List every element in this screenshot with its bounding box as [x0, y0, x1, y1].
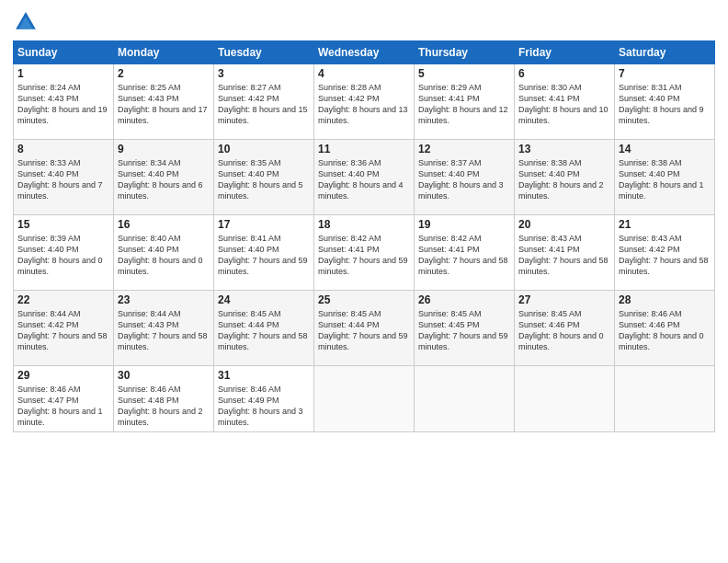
calendar-cell: [314, 366, 415, 432]
day-number: 26: [418, 293, 510, 306]
day-info: Sunrise: 8:24 AMSunset: 4:43 PMDaylight:…: [17, 83, 108, 125]
day-number: 7: [619, 67, 711, 80]
day-info: Sunrise: 8:42 AMSunset: 4:41 PMDaylight:…: [418, 234, 508, 276]
day-number: 13: [518, 143, 610, 155]
calendar-cell: 19 Sunrise: 8:42 AMSunset: 4:41 PMDaylig…: [415, 215, 515, 291]
weekday-header-monday: Monday: [114, 41, 214, 64]
calendar-cell: 12 Sunrise: 8:37 AMSunset: 4:40 PMDaylig…: [415, 140, 515, 215]
day-number: 14: [619, 143, 711, 155]
day-number: 5: [418, 67, 510, 80]
day-number: 27: [518, 293, 610, 306]
day-info: Sunrise: 8:46 AMSunset: 4:49 PMDaylight:…: [218, 385, 303, 427]
calendar: SundayMondayTuesdayWednesdayThursdayFrid…: [13, 40, 715, 432]
calendar-cell: [615, 366, 715, 432]
day-info: Sunrise: 8:42 AMSunset: 4:41 PMDaylight:…: [318, 234, 408, 276]
calendar-cell: 5 Sunrise: 8:29 AMSunset: 4:41 PMDayligh…: [415, 64, 515, 140]
day-info: Sunrise: 8:34 AMSunset: 4:40 PMDaylight:…: [118, 158, 203, 201]
day-number: 9: [118, 143, 210, 155]
day-info: Sunrise: 8:45 AMSunset: 4:44 PMDaylight:…: [318, 309, 408, 351]
day-info: Sunrise: 8:46 AMSunset: 4:47 PMDaylight:…: [17, 385, 103, 427]
calendar-cell: 1 Sunrise: 8:24 AMSunset: 4:43 PMDayligh…: [14, 64, 114, 140]
day-number: 12: [418, 143, 510, 155]
day-number: 19: [418, 218, 510, 231]
day-number: 25: [318, 293, 410, 306]
calendar-cell: [515, 366, 615, 432]
calendar-cell: 24 Sunrise: 8:45 AMSunset: 4:44 PMDaylig…: [214, 291, 314, 366]
day-info: Sunrise: 8:36 AMSunset: 4:40 PMDaylight:…: [318, 158, 404, 201]
calendar-cell: 28 Sunrise: 8:46 AMSunset: 4:46 PMDaylig…: [615, 291, 715, 366]
weekday-header-thursday: Thursday: [415, 41, 515, 64]
calendar-cell: 9 Sunrise: 8:34 AMSunset: 4:40 PMDayligh…: [114, 140, 214, 215]
day-info: Sunrise: 8:45 AMSunset: 4:44 PMDaylight:…: [218, 309, 308, 351]
day-number: 6: [518, 67, 610, 80]
calendar-cell: 17 Sunrise: 8:41 AMSunset: 4:40 PMDaylig…: [214, 215, 314, 291]
calendar-cell: 6 Sunrise: 8:30 AMSunset: 4:41 PMDayligh…: [515, 64, 615, 140]
day-number: 28: [619, 293, 711, 306]
day-number: 21: [619, 218, 711, 231]
calendar-cell: 31 Sunrise: 8:46 AMSunset: 4:49 PMDaylig…: [214, 366, 314, 432]
logo: [13, 9, 42, 35]
day-info: Sunrise: 8:38 AMSunset: 4:40 PMDaylight:…: [619, 158, 704, 201]
day-number: 15: [17, 218, 109, 231]
day-info: Sunrise: 8:31 AMSunset: 4:40 PMDaylight:…: [619, 83, 704, 125]
day-number: 2: [118, 67, 210, 80]
day-info: Sunrise: 8:39 AMSunset: 4:40 PMDaylight:…: [17, 234, 103, 276]
calendar-cell: 10 Sunrise: 8:35 AMSunset: 4:40 PMDaylig…: [214, 140, 314, 215]
weekday-header-tuesday: Tuesday: [214, 41, 314, 64]
header: [13, 9, 715, 35]
calendar-cell: 2 Sunrise: 8:25 AMSunset: 4:43 PMDayligh…: [114, 64, 214, 140]
day-info: Sunrise: 8:33 AMSunset: 4:40 PMDaylight:…: [17, 158, 103, 201]
calendar-cell: 22 Sunrise: 8:44 AMSunset: 4:42 PMDaylig…: [14, 291, 114, 366]
calendar-cell: 27 Sunrise: 8:45 AMSunset: 4:46 PMDaylig…: [515, 291, 615, 366]
day-number: 20: [518, 218, 610, 231]
day-number: 23: [118, 293, 210, 306]
day-info: Sunrise: 8:45 AMSunset: 4:46 PMDaylight:…: [518, 309, 604, 351]
calendar-cell: 8 Sunrise: 8:33 AMSunset: 4:40 PMDayligh…: [14, 140, 114, 215]
day-number: 16: [118, 218, 210, 231]
weekday-header-friday: Friday: [515, 41, 615, 64]
calendar-cell: 25 Sunrise: 8:45 AMSunset: 4:44 PMDaylig…: [314, 291, 415, 366]
day-info: Sunrise: 8:44 AMSunset: 4:43 PMDaylight:…: [118, 309, 208, 351]
day-info: Sunrise: 8:41 AMSunset: 4:40 PMDaylight:…: [218, 234, 308, 276]
calendar-cell: 11 Sunrise: 8:36 AMSunset: 4:40 PMDaylig…: [314, 140, 415, 215]
day-number: 17: [218, 218, 310, 231]
day-info: Sunrise: 8:46 AMSunset: 4:48 PMDaylight:…: [118, 385, 203, 427]
day-number: 22: [17, 293, 109, 306]
calendar-cell: 16 Sunrise: 8:40 AMSunset: 4:40 PMDaylig…: [114, 215, 214, 291]
calendar-cell: 29 Sunrise: 8:46 AMSunset: 4:47 PMDaylig…: [14, 366, 114, 432]
weekday-header-wednesday: Wednesday: [314, 41, 415, 64]
day-number: 24: [218, 293, 310, 306]
calendar-cell: 7 Sunrise: 8:31 AMSunset: 4:40 PMDayligh…: [615, 64, 715, 140]
calendar-cell: 14 Sunrise: 8:38 AMSunset: 4:40 PMDaylig…: [615, 140, 715, 215]
day-info: Sunrise: 8:35 AMSunset: 4:40 PMDaylight:…: [218, 158, 303, 201]
calendar-cell: 26 Sunrise: 8:45 AMSunset: 4:45 PMDaylig…: [415, 291, 515, 366]
day-number: 29: [17, 369, 109, 382]
day-number: 3: [218, 67, 310, 80]
weekday-header-sunday: Sunday: [14, 41, 114, 64]
day-number: 18: [318, 218, 410, 231]
weekday-header-saturday: Saturday: [615, 41, 715, 64]
day-number: 10: [218, 143, 310, 155]
calendar-cell: 20 Sunrise: 8:43 AMSunset: 4:41 PMDaylig…: [515, 215, 615, 291]
calendar-cell: 4 Sunrise: 8:28 AMSunset: 4:42 PMDayligh…: [314, 64, 415, 140]
day-info: Sunrise: 8:43 AMSunset: 4:41 PMDaylight:…: [518, 234, 609, 276]
logo-icon: [13, 9, 39, 35]
day-number: 31: [218, 369, 310, 382]
calendar-cell: 3 Sunrise: 8:27 AMSunset: 4:42 PMDayligh…: [214, 64, 314, 140]
calendar-cell: 30 Sunrise: 8:46 AMSunset: 4:48 PMDaylig…: [114, 366, 214, 432]
day-number: 30: [118, 369, 210, 382]
calendar-cell: 13 Sunrise: 8:38 AMSunset: 4:40 PMDaylig…: [515, 140, 615, 215]
day-info: Sunrise: 8:45 AMSunset: 4:45 PMDaylight:…: [418, 309, 508, 351]
day-number: 4: [318, 67, 410, 80]
day-info: Sunrise: 8:46 AMSunset: 4:46 PMDaylight:…: [619, 309, 704, 351]
day-info: Sunrise: 8:25 AMSunset: 4:43 PMDaylight:…: [118, 83, 208, 125]
calendar-cell: 15 Sunrise: 8:39 AMSunset: 4:40 PMDaylig…: [14, 215, 114, 291]
day-info: Sunrise: 8:38 AMSunset: 4:40 PMDaylight:…: [518, 158, 604, 201]
page: SundayMondayTuesdayWednesdayThursdayFrid…: [0, 0, 728, 563]
day-info: Sunrise: 8:27 AMSunset: 4:42 PMDaylight:…: [218, 83, 308, 125]
day-info: Sunrise: 8:40 AMSunset: 4:40 PMDaylight:…: [118, 234, 203, 276]
calendar-cell: 21 Sunrise: 8:43 AMSunset: 4:42 PMDaylig…: [615, 215, 715, 291]
calendar-cell: [415, 366, 515, 432]
calendar-cell: 23 Sunrise: 8:44 AMSunset: 4:43 PMDaylig…: [114, 291, 214, 366]
day-number: 11: [318, 143, 410, 155]
